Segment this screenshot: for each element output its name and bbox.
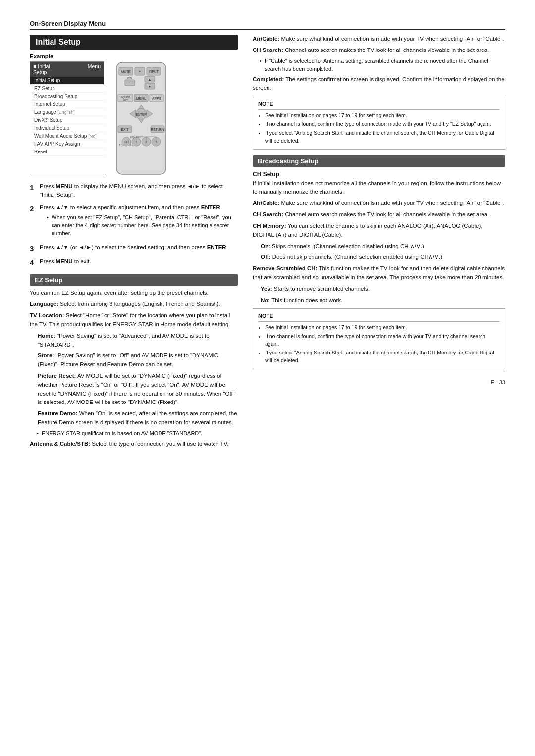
remote-svg: MUTE + INPUT VOL CH ▲ ▼ – (109, 61, 173, 175)
note-1-item-2: If no channel is found, confirm the type… (265, 120, 500, 128)
right-column: Air/Cable: Make sure what kind of connec… (253, 35, 505, 451)
step-1-text: Press MENU to display the MENU screen, a… (40, 182, 238, 200)
svg-text:APPS: APPS (152, 97, 161, 100)
right-air-cable-1: Air/Cable: Make sure what kind of connec… (253, 35, 505, 44)
step-4: 4 Press MENU to exit. (30, 257, 238, 268)
note-box-2: NOTE See Initial Installation on pages 1… (253, 308, 505, 369)
menu-item-broadcasting-setup[interactable]: Broadcasting Setup (30, 93, 104, 101)
ez-energy-star-bullet: ENERGY STAR qualification is based on AV… (30, 430, 238, 438)
note-1-item-1: See Initial Installation on pages 17 to … (265, 112, 500, 120)
svg-text:MENU: MENU (136, 97, 147, 100)
ch-memory-off: Off: Does not skip channels. (Channel se… (253, 253, 505, 262)
svg-text:2: 2 (145, 140, 147, 144)
menu-item-initial-setup[interactable]: Initial Setup (30, 77, 104, 85)
ch-memory: CH Memory: You can select the channels t… (253, 222, 505, 240)
note-2-item-2: If no channel is found, confirm the type… (265, 333, 500, 349)
page-header-title: On-Screen Display Menu (30, 20, 106, 27)
ez-setup-header: EZ Setup (30, 274, 238, 286)
menu-label: Menu (88, 63, 101, 75)
page-header: On-Screen Display Menu (30, 20, 505, 30)
menu-item-individual-setup[interactable]: Individual Setup (30, 124, 104, 132)
remove-no: No: This function does not work. (253, 296, 505, 305)
svg-text:CH: CH (124, 140, 129, 144)
svg-text:▲: ▲ (148, 78, 152, 81)
step-4-text: Press MENU to exit. (40, 257, 91, 268)
ch-memory-on: On: Skips channels. (Channel selection d… (253, 242, 505, 251)
menu-icon: ■ InitialSetup (33, 63, 50, 75)
svg-text:INPUT: INPUT (149, 70, 159, 73)
svg-text:VOL: VOL (127, 77, 132, 80)
ez-language: Language: Select from among 3 languages … (30, 300, 238, 309)
ch-setup-title: CH Setup (253, 171, 505, 178)
menu-item-language[interactable]: Language [English] (30, 108, 104, 116)
step-3-text: Press ▲/▼ (or ◄/►) to select the desired… (40, 243, 228, 254)
svg-text:–: – (128, 80, 131, 85)
step-1-num: 1 (30, 182, 37, 200)
right-completed: Completed: The settings confirmation scr… (253, 75, 505, 93)
ez-tv-location: TV Location: Select "Home" or "Store" fo… (30, 311, 238, 329)
svg-text:MUTE: MUTE (121, 70, 131, 73)
ez-antenna: Antenna & Cable/STB: Select the type of … (30, 440, 238, 449)
ez-setup-section: EZ Setup You can run EZ Setup again, eve… (30, 274, 238, 449)
step-2-bullet: When you select "EZ Setup", "CH Setup", … (47, 214, 238, 238)
steps-section: 1 Press MENU to display the MENU screen,… (30, 182, 238, 268)
ch-setup-intro: If Initial Installation does not memoriz… (253, 179, 505, 197)
left-column: Initial Setup Example ■ InitialSetup Men… (30, 35, 238, 451)
step-2-text: Press ▲/▼ to select a specific adjustmen… (40, 203, 238, 239)
right-cable-bullet: If "Cable" is selected for Antenna setti… (253, 57, 505, 73)
svg-text:3: 3 (155, 140, 157, 144)
ch-search: CH Search: Channel auto search makes the… (253, 210, 505, 219)
main-layout: Initial Setup Example ■ InitialSetup Men… (30, 35, 505, 451)
ez-picture-reset: Picture Reset: AV MODE will be set to "D… (30, 372, 238, 407)
menu-box: ■ InitialSetup Menu Initial Setup EZ Set… (30, 61, 104, 175)
note-box-2-title: NOTE (258, 312, 500, 322)
ez-home: Home: "Power Saving" is set to "Advanced… (30, 332, 238, 350)
note-box-1: NOTE See Initial Installation on pages 1… (253, 97, 505, 150)
svg-text:▼: ▼ (148, 85, 152, 88)
svg-text:EXIT: EXIT (121, 128, 128, 131)
step-3: 3 Press ▲/▼ (or ◄/►) to select the desir… (30, 243, 238, 254)
page-number: E - 33 (253, 379, 505, 385)
menu-item-divx-setup[interactable]: DivX® Setup (30, 116, 104, 124)
step-2: 2 Press ▲/▼ to select a specific adjustm… (30, 203, 238, 239)
menu-item-reset[interactable]: Reset (30, 148, 104, 156)
remove-yes: Yes: Starts to remove scrambled channels… (253, 285, 505, 294)
example-label: Example (30, 53, 238, 59)
remove-scrambled: Remove Scrambled CH: This function makes… (253, 264, 505, 282)
menu-box-header: ■ InitialSetup Menu (30, 62, 104, 77)
ez-feature-demo: Feature Demo: When "On" is selected, aft… (30, 409, 238, 427)
svg-text:+: + (139, 69, 141, 74)
svg-text:1: 1 (135, 140, 137, 144)
svg-text:ENTER: ENTER (136, 113, 147, 116)
menu-item-ez-setup[interactable]: EZ Setup (30, 85, 104, 93)
svg-text:NET: NET (123, 99, 128, 101)
broadcasting-setup-header: Broadcasting Setup (253, 155, 505, 167)
note-box-1-title: NOTE (258, 100, 500, 110)
remote-control-illustration: MUTE + INPUT VOL CH ▲ ▼ – (109, 61, 173, 175)
svg-text:RETURN: RETURN (151, 128, 164, 131)
step-2-num: 2 (30, 203, 37, 239)
menu-item-fav-app[interactable]: FAV APP Key Assign (30, 140, 104, 148)
right-ch-search-1: CH Search: Channel auto search makes the… (253, 46, 505, 55)
initial-setup-header: Initial Setup (30, 35, 238, 50)
menu-item-internet-setup[interactable]: Internet Setup (30, 101, 104, 108)
menu-example: ■ InitialSetup Menu Initial Setup EZ Set… (30, 61, 238, 175)
ez-setup-intro: You can run EZ Setup again, even after s… (30, 289, 238, 297)
menu-item-wall-mount[interactable]: Wall Mount Audio Setup [No] (30, 132, 104, 140)
note-2-item-1: See Initial Installation on pages 17 to … (265, 324, 500, 332)
step-1: 1 Press MENU to display the MENU screen,… (30, 182, 238, 200)
step-4-num: 4 (30, 257, 37, 268)
note-1-item-3: If you select "Analog Search Start" and … (265, 129, 500, 145)
ez-store: Store: "Power Saving" is set to "Off" an… (30, 352, 238, 369)
ch-air-cable: Air/Cable: Make sure what kind of connec… (253, 199, 505, 208)
step-3-num: 3 (30, 243, 37, 254)
note-2-item-3: If you select "Analog Search Start" and … (265, 349, 500, 365)
